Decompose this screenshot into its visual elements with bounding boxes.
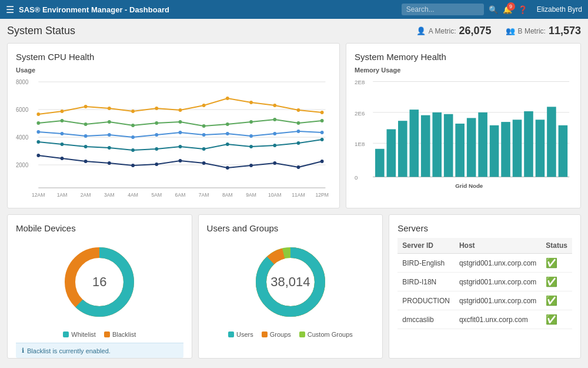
mem-chart-title: System Memory Health: [355, 52, 572, 62]
svg-point-68: [202, 147, 206, 151]
server-status: ✅: [541, 273, 572, 291]
svg-point-40: [155, 121, 158, 125]
cpu-chart-title: System CPU Health: [16, 52, 331, 62]
svg-point-73: [320, 138, 324, 141]
notification-badge: 9: [507, 2, 515, 11]
svg-point-85: [297, 165, 300, 169]
svg-point-49: [61, 132, 64, 135]
svg-point-27: [155, 107, 158, 110]
svg-point-70: [249, 145, 253, 148]
a-metric-value: 26,075: [459, 25, 492, 37]
server-id: BIRD-English: [397, 254, 455, 273]
svg-point-32: [273, 104, 276, 107]
info-icon: ℹ: [22, 347, 24, 354]
svg-point-72: [297, 141, 300, 145]
svg-text:2E8: 2E8: [355, 79, 365, 85]
status-ok-icon: ✅: [546, 296, 557, 306]
person-icon: 👤: [416, 26, 426, 35]
group-icon: 👥: [506, 26, 515, 35]
svg-point-33: [297, 108, 300, 112]
server-id: PRODUCTION: [397, 291, 455, 310]
svg-point-25: [108, 107, 111, 110]
svg-rect-110: [547, 107, 556, 177]
svg-point-43: [226, 122, 229, 126]
svg-point-57: [249, 134, 253, 138]
main-content: System Status 👤 A Metric: 26,075 👥 B Met…: [0, 19, 588, 364]
svg-rect-101: [444, 114, 453, 177]
top-navigation: ☰ SAS® Environment Manager - Dashboard 🔍…: [0, 0, 588, 19]
server-status: ✅: [541, 310, 572, 329]
svg-rect-105: [490, 125, 499, 177]
svg-text:4000: 4000: [16, 134, 29, 141]
svg-point-74: [36, 154, 40, 157]
svg-point-65: [131, 148, 135, 152]
cpu-ylabel: Usage: [16, 67, 331, 74]
hamburger-icon[interactable]: ☰: [6, 4, 14, 15]
svg-point-83: [249, 164, 253, 167]
cpu-chart-area: 8000 6000 4000 2000 12AM 1AM 2AM 3AM 4AM…: [16, 76, 331, 200]
svg-text:8000: 8000: [16, 79, 29, 85]
svg-text:7AM: 7AM: [199, 192, 209, 198]
servers-title: Servers: [397, 223, 572, 233]
cpu-chart-svg: 8000 6000 4000 2000 12AM 1AM 2AM 3AM 4AM…: [16, 76, 331, 200]
svg-point-75: [61, 157, 64, 160]
svg-point-86: [320, 160, 324, 163]
svg-point-26: [131, 110, 135, 113]
users-label: Users: [236, 331, 253, 338]
status-ok-icon: ✅: [546, 258, 557, 268]
custom-groups-legend-item: Custom Groups: [299, 331, 353, 338]
svg-point-77: [108, 161, 111, 165]
blacklist-dot: [104, 331, 110, 337]
svg-point-46: [297, 121, 300, 125]
svg-point-52: [131, 135, 135, 139]
svg-rect-102: [455, 124, 465, 177]
svg-text:6000: 6000: [16, 107, 29, 113]
svg-point-79: [155, 163, 158, 166]
svg-point-38: [108, 120, 111, 124]
search-icon[interactable]: 🔍: [489, 5, 498, 14]
svg-point-62: [61, 142, 64, 146]
svg-text:Grid Node: Grid Node: [455, 183, 483, 190]
user-name[interactable]: Elizabeth Byrd: [537, 5, 582, 14]
server-id: dmccaslib: [397, 310, 455, 329]
users-dot: [228, 331, 234, 337]
svg-point-28: [179, 108, 182, 112]
users-donut: 38,014: [252, 244, 329, 320]
svg-text:1AM: 1AM: [57, 192, 68, 198]
table-row: BIRD-I18N qstgrid001.unx.corp.com ✅: [397, 273, 572, 291]
svg-point-41: [179, 120, 182, 124]
svg-point-55: [202, 133, 206, 137]
help-icon[interactable]: ❓: [518, 5, 527, 14]
svg-point-71: [273, 144, 276, 147]
server-host: qstgrid001.unx.corp.com: [455, 254, 541, 273]
table-row: PRODUCTION qstgrid001.unx.corp.com ✅: [397, 291, 572, 310]
groups-label: Groups: [270, 331, 291, 338]
notification-icon[interactable]: 🔔 9: [503, 5, 512, 14]
a-metric-label: A Metric:: [429, 27, 456, 35]
svg-text:3AM: 3AM: [104, 192, 115, 198]
svg-text:0: 0: [355, 174, 358, 181]
search-input[interactable]: [402, 4, 484, 15]
svg-point-53: [155, 133, 158, 137]
svg-rect-98: [409, 110, 419, 177]
b-metric-label: B Metric:: [518, 27, 546, 35]
svg-rect-109: [536, 120, 545, 177]
svg-point-51: [108, 133, 111, 137]
servers-table: Server ID Host Status BIRD-English qstgr…: [397, 238, 572, 329]
mem-chart-svg: 2E8 2E6 1E8 0: [355, 76, 572, 194]
mobile-title: Mobile Devices: [16, 223, 183, 233]
server-id: BIRD-I18N: [397, 273, 455, 291]
users-title: Users and Groups: [207, 223, 375, 233]
server-status: ✅: [541, 254, 572, 273]
whitelist-legend: Whitelist: [63, 331, 96, 338]
svg-text:5AM: 5AM: [151, 192, 162, 198]
whitelist-dot: [63, 331, 69, 337]
app-title: SAS® Environment Manager - Dashboard: [19, 5, 397, 14]
svg-point-59: [297, 130, 300, 133]
svg-text:12PM: 12PM: [315, 192, 328, 198]
mobile-donut: 16: [61, 244, 138, 320]
svg-rect-99: [421, 115, 430, 177]
custom-groups-label: Custom Groups: [308, 331, 353, 338]
svg-text:2AM: 2AM: [81, 192, 91, 198]
status-ok-icon: ✅: [546, 277, 557, 287]
